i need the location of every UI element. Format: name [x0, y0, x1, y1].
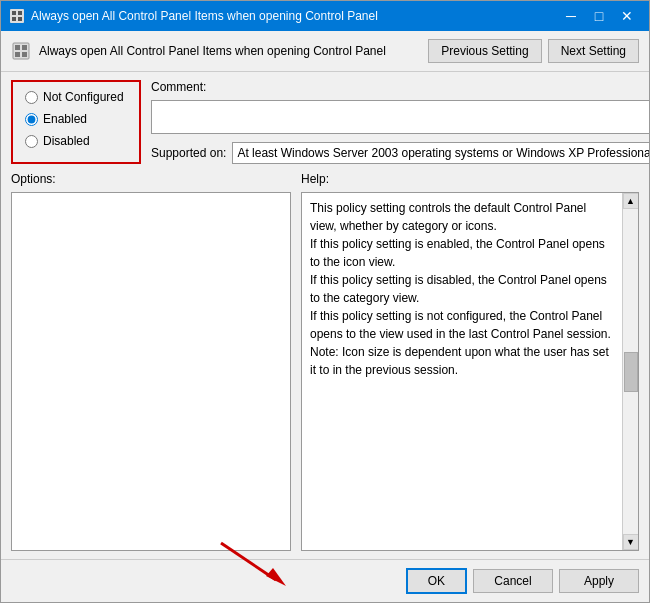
window-title: Always open All Control Panel Items when…: [31, 9, 557, 23]
policy-icon: [11, 41, 31, 61]
main-content: Not Configured Enabled Disabled Comment:: [1, 72, 649, 559]
comment-input[interactable]: [152, 101, 649, 133]
supported-label: Supported on:: [151, 146, 226, 160]
help-scroll-wrapper: This policy setting controls the default…: [301, 192, 639, 551]
top-section: Not Configured Enabled Disabled Comment:: [11, 80, 639, 164]
next-setting-button[interactable]: Next Setting: [548, 39, 639, 63]
svg-rect-7: [22, 45, 27, 50]
ok-button[interactable]: OK: [406, 568, 467, 594]
previous-setting-button[interactable]: Previous Setting: [428, 39, 541, 63]
help-scroll-thumb[interactable]: [624, 352, 638, 392]
not-configured-radio[interactable]: [25, 91, 38, 104]
disabled-label: Disabled: [43, 134, 90, 148]
svg-rect-3: [12, 17, 16, 21]
svg-rect-4: [18, 17, 22, 21]
svg-rect-6: [15, 45, 20, 50]
cancel-button[interactable]: Cancel: [473, 569, 553, 593]
header-bar: Always open All Control Panel Items when…: [1, 31, 649, 72]
help-scroll-up[interactable]: ▲: [623, 193, 639, 209]
help-paragraph-2: If this policy setting is enabled, the C…: [310, 235, 614, 271]
svg-rect-8: [15, 52, 20, 57]
help-paragraph-3: If this policy setting is disabled, the …: [310, 271, 614, 307]
options-label: Options:: [11, 172, 291, 186]
title-bar: Always open All Control Panel Items when…: [1, 1, 649, 31]
apply-button[interactable]: Apply: [559, 569, 639, 593]
comment-label: Comment:: [151, 80, 649, 94]
options-section: Options:: [11, 172, 291, 551]
help-scrollbar: ▲ ▼: [622, 193, 638, 550]
help-label: Help:: [301, 172, 639, 186]
window-controls: ─ □ ✕: [557, 1, 641, 31]
disabled-option[interactable]: Disabled: [25, 134, 127, 148]
options-box: [11, 192, 291, 551]
supported-value: At least Windows Server 2003 operating s…: [237, 146, 649, 160]
arrow-indicator: [211, 538, 291, 588]
radio-panel: Not Configured Enabled Disabled: [11, 80, 141, 164]
not-configured-label: Not Configured: [43, 90, 124, 104]
comment-section: Comment: ▲ ▼ Supported on: At least Wind…: [151, 80, 649, 164]
enabled-radio[interactable]: [25, 113, 38, 126]
header-buttons: Previous Setting Next Setting: [428, 39, 639, 63]
comment-wrapper: ▲ ▼: [151, 100, 649, 134]
help-text: This policy setting controls the default…: [302, 193, 622, 550]
close-button[interactable]: ✕: [613, 1, 641, 31]
svg-marker-11: [266, 568, 286, 586]
svg-rect-9: [22, 52, 27, 57]
help-scroll-down[interactable]: ▼: [623, 534, 639, 550]
help-paragraph-4: If this policy setting is not configured…: [310, 307, 614, 379]
bottom-bar: OK Cancel Apply: [1, 559, 649, 602]
maximize-button[interactable]: □: [585, 1, 613, 31]
enabled-label: Enabled: [43, 112, 87, 126]
help-section: Help: This policy setting controls the d…: [301, 172, 639, 551]
options-help-row: Options: Help: This policy setting contr…: [11, 172, 639, 551]
help-paragraph-1: This policy setting controls the default…: [310, 199, 614, 235]
svg-rect-1: [12, 11, 16, 15]
enabled-option[interactable]: Enabled: [25, 112, 127, 126]
not-configured-option[interactable]: Not Configured: [25, 90, 127, 104]
header-title: Always open All Control Panel Items when…: [39, 44, 420, 58]
supported-wrapper: At least Windows Server 2003 operating s…: [232, 142, 649, 164]
disabled-radio[interactable]: [25, 135, 38, 148]
minimize-button[interactable]: ─: [557, 1, 585, 31]
main-window: Always open All Control Panel Items when…: [0, 0, 650, 603]
window-icon: [9, 8, 25, 24]
svg-rect-2: [18, 11, 22, 15]
supported-row: Supported on: At least Windows Server 20…: [151, 142, 649, 164]
